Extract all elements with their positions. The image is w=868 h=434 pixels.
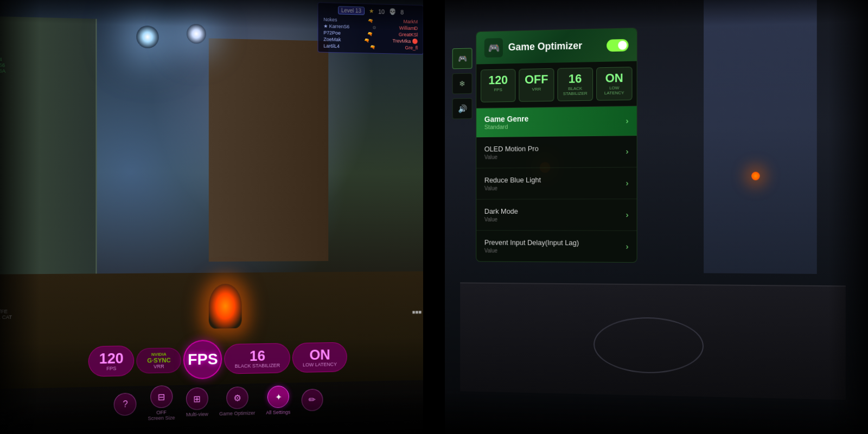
fire-effect [209, 284, 242, 329]
all-settings-icon: ✦ [267, 386, 289, 409]
panel-title: Game Optimizer [508, 40, 582, 53]
multiview-button[interactable]: ⊞ Multi-view [186, 387, 208, 418]
input-delay-text: Prevent Input Delay(Input Lag) Value [484, 238, 579, 254]
side-icon-sound[interactable]: 🔊 [452, 98, 473, 119]
input-delay-title: Prevent Input Delay(Input Lag) [484, 238, 579, 247]
multiview-icon: ⊞ [186, 387, 208, 410]
hud-overlay: 120 FPS NVIDIA G·SYNC VRR FPS [0, 336, 434, 434]
screen-size-label: OFFScreen Size [148, 410, 175, 422]
wall-right [209, 39, 328, 262]
stat-fps-value: 120 [484, 74, 512, 86]
monitor-right: 179 E 🎮 ❄ 🔊 🎮 Game Optimizer [434, 0, 868, 434]
dark-mode-item[interactable]: Dark Mode Value › [476, 199, 636, 231]
stat-box-black-stab: 16 Black Stabilizer [557, 67, 593, 101]
stat-lowlatency-label: Low Latency [600, 85, 628, 95]
edit-button[interactable]: ✏ [301, 388, 323, 411]
torch-right [751, 172, 760, 181]
oled-motion-title: OLED Motion Pro [484, 144, 539, 153]
oled-motion-chevron: › [626, 147, 629, 156]
dark-mode-title: Dark Mode [484, 207, 518, 215]
stat-lowlatency-value: ON [600, 72, 628, 84]
help-icon: ? [114, 392, 137, 416]
low-latency-pill: ON Low Latency [292, 342, 347, 373]
game-optimizer-label: Game Optimizer [219, 410, 255, 417]
game-optimizer-button[interactable]: ⚙ Game Optimizer [219, 386, 255, 417]
reduce-blue-light-title: Reduce Blue Light [484, 176, 541, 184]
fps-value: 120 [99, 351, 124, 366]
bottom-left-info: T/FE L. CAT [0, 309, 12, 320]
game-genre-value: Standard [484, 123, 528, 130]
side-stats: 34 456 56A [0, 56, 5, 74]
vrr-label: VRR [154, 363, 164, 369]
icon-bar: ? ⊟ OFFScreen Size ⊞ Multi-view ⚙ Game O… [114, 382, 323, 422]
reduce-blue-light-chevron: › [626, 178, 629, 187]
fps-label: FPS [106, 366, 116, 372]
dark-mode-chevron: › [626, 210, 629, 219]
stat-blackstab-value: 16 [561, 73, 589, 85]
stat-box-vrr: OFF VRR [519, 68, 554, 102]
black-stab-label: Black Stabilizer [235, 362, 280, 369]
oled-motion-value: Value [484, 154, 539, 160]
dark-mode-value: Value [484, 216, 518, 222]
fps-stat-pill: 120 FPS [88, 346, 135, 377]
game-scene-left: s wins 34 456 56A Level 13 ★ 10 💀 8 Noke… [0, 0, 434, 434]
screen-size-icon: ⊟ [150, 385, 173, 408]
oled-motion-pro-item[interactable]: OLED Motion Pro Value › [476, 136, 636, 168]
star-count: 10 [378, 8, 385, 15]
light-spot2 [187, 24, 206, 44]
all-settings-button[interactable]: ✦ All Settings [266, 386, 290, 416]
stat-fps-label: FPS [484, 87, 512, 93]
reduce-blue-light-item[interactable]: Reduce Blue Light Value › [476, 168, 636, 200]
game-genre-text: Game Genre Standard [484, 114, 528, 130]
low-latency-label: Low Latency [303, 361, 337, 367]
screen-container: s wins 34 456 56A Level 13 ★ 10 💀 8 Noke… [0, 0, 868, 434]
monitor-left: s wins 34 456 56A Level 13 ★ 10 💀 8 Noke… [0, 0, 434, 434]
multiview-label: Multi-view [186, 411, 208, 417]
panel-toggle[interactable] [607, 39, 628, 51]
black-stab-value: 16 [250, 348, 265, 363]
score-row-5: Lar6lL4 🔫 Gre_fl [323, 42, 418, 51]
stat-vrr-label: VRR [522, 86, 550, 92]
oled-motion-text: OLED Motion Pro Value [484, 144, 539, 160]
all-settings-label: All Settings [266, 409, 290, 415]
stat-box-fps: 120 FPS [481, 69, 515, 103]
input-delay-value: Value [484, 247, 579, 254]
scoreboard: Level 13 ★ 10 💀 8 Nokes 🔫 MarkM ★ Karren… [317, 2, 423, 54]
center-gap [423, 0, 445, 434]
stat-bar: 120 FPS NVIDIA G·SYNC VRR FPS [88, 337, 347, 381]
panel-header: 🎮 Game Optimizer [476, 28, 636, 64]
side-icon-gamepad[interactable]: 🎮 [452, 48, 473, 69]
stat-box-low-latency: ON Low Latency [596, 67, 632, 101]
stat-vrr-value: OFF [522, 73, 550, 86]
reduce-blue-light-value: Value [484, 185, 541, 191]
light-spot [136, 25, 158, 48]
nvidia-logo: NVIDIA [151, 352, 167, 357]
level-badge: Level 13 [338, 6, 365, 15]
panel-header-left: 🎮 Game Optimizer [484, 36, 582, 58]
input-delay-item[interactable]: Prevent Input Delay(Input Lag) Value › [476, 231, 636, 262]
side-icon-snowflake[interactable]: ❄ [452, 73, 473, 94]
gsync-text: G·SYNC [147, 356, 170, 363]
skull-count: 8 [400, 9, 404, 15]
score-header: Level 13 ★ 10 💀 8 [323, 6, 418, 17]
game-genre-title: Game Genre [484, 114, 528, 124]
game-optimizer-panel: 🎮 Game Optimizer 120 FPS OFF VRR [476, 28, 637, 263]
dark-mode-text: Dark Mode Value [484, 207, 518, 222]
stat-blackstab-label: Black Stabilizer [561, 86, 589, 96]
game-genre-item[interactable]: Game Genre Standard › [476, 106, 636, 137]
game-genre-chevron: › [626, 116, 629, 125]
black-stab-pill: 16 Black Stabilizer [225, 343, 290, 374]
screen-size-button[interactable]: ⊟ OFFScreen Size [148, 385, 175, 421]
low-latency-value: ON [309, 347, 330, 362]
reduce-blue-light-text: Reduce Blue Light Value [484, 176, 541, 192]
game-scene-right: 179 E 🎮 ❄ 🔊 🎮 Game Optimizer [434, 0, 868, 434]
waterfall-right [704, 0, 817, 274]
help-button[interactable]: ? [114, 392, 137, 416]
nvidia-pill: NVIDIA G·SYNC VRR [137, 347, 181, 373]
wall-left [0, 16, 97, 275]
game-optimizer-icon: ⚙ [226, 386, 248, 409]
fps-center-big: FPS [183, 340, 222, 379]
input-delay-chevron: › [626, 242, 629, 251]
panel-gamepad-icon: 🎮 [484, 38, 503, 58]
stats-row: 120 FPS OFF VRR 16 Black Stabilizer ON L… [476, 61, 636, 108]
